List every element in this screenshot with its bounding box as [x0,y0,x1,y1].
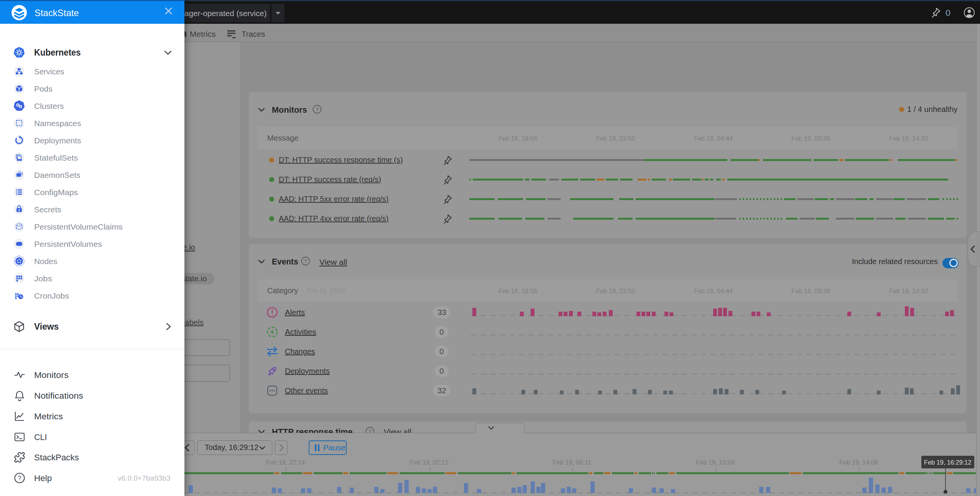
svg-text:?: ? [18,475,21,481]
svg-text:?: ? [316,107,319,112]
svg-text:?: ? [304,258,307,264]
